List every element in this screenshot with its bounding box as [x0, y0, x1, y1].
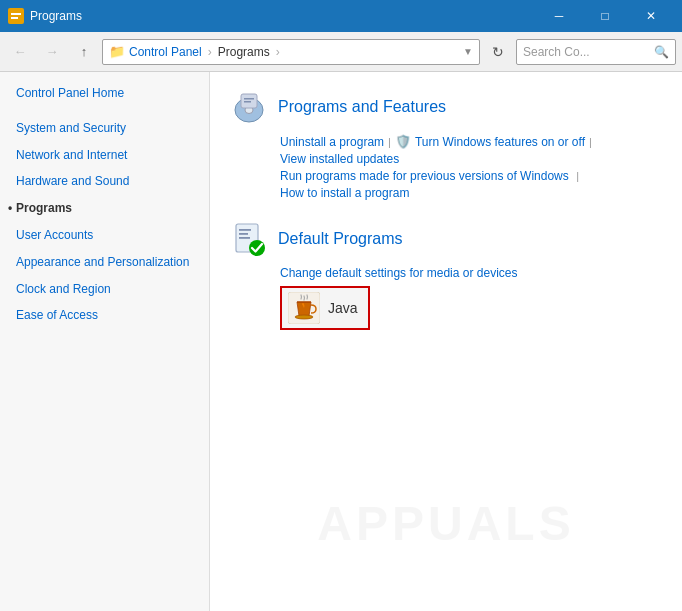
- pf-link-row-4: How to install a program: [280, 186, 662, 200]
- how-to-install-link[interactable]: How to install a program: [280, 186, 409, 200]
- svg-rect-10: [239, 233, 248, 235]
- uninstall-program-link[interactable]: Uninstall a program: [280, 135, 384, 149]
- sidebar-item-user-accounts[interactable]: User Accounts: [0, 222, 209, 249]
- back-button[interactable]: ←: [6, 38, 34, 66]
- sidebar-item-clock-region[interactable]: Clock and Region: [0, 276, 209, 303]
- sidebar-item-control-panel-home[interactable]: Control Panel Home: [0, 80, 209, 107]
- search-box[interactable]: Search Co... 🔍: [516, 39, 676, 65]
- main-container: Control Panel Home System and Security N…: [0, 72, 682, 611]
- programs-features-header: Programs and Features: [230, 88, 662, 126]
- maximize-button[interactable]: □: [582, 0, 628, 32]
- view-installed-updates-link[interactable]: View installed updates: [280, 152, 399, 166]
- change-default-settings-link[interactable]: Change default settings for media or dev…: [280, 266, 517, 280]
- address-dropdown-icon[interactable]: ▼: [463, 46, 473, 57]
- breadcrumb-sep-2: ›: [276, 45, 280, 59]
- watermark: APPUALS: [317, 496, 574, 551]
- titlebar-icon: [8, 8, 24, 24]
- svg-rect-11: [239, 237, 250, 239]
- java-label: Java: [328, 300, 358, 316]
- sidebar-item-system-security[interactable]: System and Security: [0, 115, 209, 142]
- svg-point-14: [295, 315, 313, 319]
- refresh-button[interactable]: ↻: [484, 38, 512, 66]
- forward-button[interactable]: →: [38, 38, 66, 66]
- java-item: Java: [230, 286, 662, 330]
- default-programs-links: Change default settings for media or dev…: [230, 266, 662, 280]
- shield-icon: 🛡️: [395, 134, 411, 149]
- pf-link-row-2: View installed updates: [280, 152, 662, 166]
- run-programs-previous-link[interactable]: Run programs made for previous versions …: [280, 169, 569, 183]
- breadcrumb-programs[interactable]: Programs: [218, 45, 270, 59]
- default-programs-title[interactable]: Default Programs: [278, 230, 403, 248]
- svg-rect-6: [244, 98, 254, 100]
- sidebar-divider-1: [0, 107, 209, 115]
- breadcrumb-sep-1: ›: [208, 45, 212, 59]
- search-placeholder: Search Co...: [523, 45, 650, 59]
- sidebar-item-programs[interactable]: •Programs: [0, 195, 209, 222]
- up-button[interactable]: ↑: [70, 38, 98, 66]
- titlebar: Programs ─ □ ✕: [0, 0, 682, 32]
- default-programs-section: Default Programs Change default settings…: [230, 220, 662, 330]
- programs-features-links: Uninstall a program | 🛡️ Turn Windows fe…: [230, 134, 662, 200]
- window-controls: ─ □ ✕: [536, 0, 674, 32]
- programs-features-icon: [230, 88, 268, 126]
- pf-link-row-1: Uninstall a program | 🛡️ Turn Windows fe…: [280, 134, 662, 149]
- sidebar-item-ease-access[interactable]: Ease of Access: [0, 302, 209, 329]
- window-title: Programs: [30, 9, 536, 23]
- minimize-button[interactable]: ─: [536, 0, 582, 32]
- svg-rect-2: [11, 17, 18, 19]
- search-icon: 🔍: [654, 45, 669, 59]
- java-icon: [288, 292, 320, 324]
- breadcrumb-control-panel[interactable]: Control Panel: [129, 45, 202, 59]
- sidebar-item-appearance[interactable]: Appearance and Personalization: [0, 249, 209, 276]
- addressbar: ← → ↑ 📁 Control Panel › Programs › ▼ ↻ S…: [0, 32, 682, 72]
- sidebar: Control Panel Home System and Security N…: [0, 72, 210, 611]
- programs-features-title[interactable]: Programs and Features: [278, 98, 446, 116]
- turn-windows-features-link[interactable]: Turn Windows features on or off: [415, 135, 585, 149]
- sidebar-item-hardware-sound[interactable]: Hardware and Sound: [0, 168, 209, 195]
- svg-rect-1: [11, 13, 21, 15]
- default-programs-icon: [230, 220, 268, 258]
- address-box[interactable]: 📁 Control Panel › Programs › ▼: [102, 39, 480, 65]
- java-box[interactable]: Java: [280, 286, 370, 330]
- close-button[interactable]: ✕: [628, 0, 674, 32]
- svg-rect-0: [9, 9, 23, 23]
- sidebar-item-network-internet[interactable]: Network and Internet: [0, 142, 209, 169]
- content-area: Programs and Features Uninstall a progra…: [210, 72, 682, 611]
- pf-link-row-3: Run programs made for previous versions …: [280, 169, 662, 183]
- dp-link-row-1: Change default settings for media or dev…: [280, 266, 662, 280]
- sidebar-bullet: •: [8, 200, 16, 217]
- svg-rect-7: [244, 101, 251, 103]
- programs-features-section: Programs and Features Uninstall a progra…: [230, 88, 662, 200]
- default-programs-header: Default Programs: [230, 220, 662, 258]
- svg-rect-9: [239, 229, 251, 231]
- address-folder-icon: 📁: [109, 44, 125, 59]
